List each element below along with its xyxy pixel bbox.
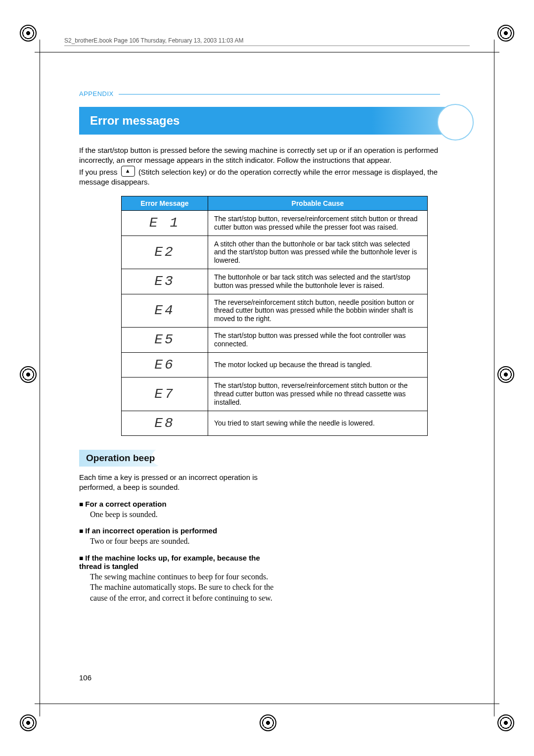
list-item-heading: If the machine locks up, for example, be…	[79, 554, 260, 570]
table-row: E3 The buttonhole or bar tack stitch was…	[122, 269, 428, 294]
table-header-row: Error Message Probable Cause	[122, 196, 428, 211]
section-banner: Error messages	[79, 107, 470, 135]
subsection-title: Operation beep	[86, 453, 155, 463]
registration-mark-icon	[497, 25, 514, 42]
registration-mark-icon	[20, 25, 37, 42]
crop-line	[35, 52, 499, 52]
intro-paragraph-1: If the start/stop button is pressed befo…	[79, 145, 470, 166]
crop-line	[494, 40, 494, 716]
table-row: E8 You tried to start sewing while the n…	[122, 411, 428, 436]
crop-line	[35, 704, 499, 704]
error-code: E7	[122, 378, 208, 411]
section-intro: If the start/stop button is pressed befo…	[79, 145, 470, 187]
registration-mark-icon	[497, 366, 514, 383]
print-header: S2_brotherE.book Page 106 Thursday, Febr…	[64, 37, 243, 44]
registration-mark-icon	[20, 714, 37, 731]
error-code: E3	[122, 269, 208, 294]
appendix-rule	[119, 94, 440, 94]
table-row: E2 A stitch other than the buttonhole or…	[122, 236, 428, 269]
error-cause: The start/stop button, reverse/reinforce…	[208, 378, 428, 411]
list-item-body: One beep is sounded.	[90, 509, 277, 520]
error-cause: The buttonhole or bar tack stitch was se…	[208, 269, 428, 294]
table-row: E7 The start/stop button, reverse/reinfo…	[122, 378, 428, 411]
list-item: If the machine locks up, for example, be…	[79, 554, 277, 604]
error-cause: The start/stop button was pressed while …	[208, 327, 428, 352]
subsection-intro: Each time a key is pressed or an incorre…	[79, 472, 277, 493]
error-code: E2	[122, 236, 208, 269]
error-cause: You tried to start sewing while the need…	[208, 411, 428, 436]
error-code: E 1	[122, 211, 208, 236]
table-row: E 1 The start/stop button, reverse/reinf…	[122, 211, 428, 236]
subsection-operation-beep: Operation beep Each time a key is presse…	[79, 450, 277, 603]
subsection-banner: Operation beep	[79, 450, 162, 467]
list-item-heading: For a correct operation	[79, 500, 167, 508]
table-row: E6 The motor locked up because the threa…	[122, 352, 428, 378]
list-item-body: The sewing machine continues to beep for…	[90, 571, 277, 604]
table-row: E4 The reverse/reinforcement stitch butt…	[122, 294, 428, 327]
error-code: E6	[122, 352, 208, 378]
crop-line	[40, 40, 40, 716]
section-title: Error messages	[90, 114, 179, 128]
col-header-cause: Probable Cause	[208, 196, 428, 211]
appendix-heading: APPENDIX	[79, 89, 470, 98]
registration-mark-icon	[497, 714, 514, 731]
registration-mark-icon	[20, 366, 37, 383]
error-cause: The motor locked up because the thread i…	[208, 352, 428, 378]
print-header-rule	[64, 46, 470, 46]
intro-2-prefix: If you press	[79, 168, 120, 176]
list-item: For a correct operation One beep is soun…	[79, 500, 277, 520]
registration-mark-icon	[260, 714, 276, 731]
error-cause: The reverse/reinforcement stitch button,…	[208, 294, 428, 327]
error-message-table: Error Message Probable Cause E 1 The sta…	[121, 196, 428, 436]
intro-paragraph-2: If you press (Stitch selection key) or d…	[79, 166, 470, 188]
list-item-body: Two or four beeps are sounded.	[90, 536, 277, 547]
error-code: E8	[122, 411, 208, 436]
error-code: E5	[122, 327, 208, 352]
page-number: 106	[79, 673, 91, 682]
error-cause: The start/stop button, reverse/reinforce…	[208, 211, 428, 236]
error-code: E4	[122, 294, 208, 327]
page-content: APPENDIX Error messages If the start/sto…	[79, 89, 470, 604]
appendix-label: APPENDIX	[79, 90, 114, 97]
table-row: E5 The start/stop button was pressed whi…	[122, 327, 428, 352]
list-item: If an incorrect operation is performed T…	[79, 526, 277, 547]
error-cause: A stitch other than the buttonhole or ba…	[208, 236, 428, 269]
col-header-error: Error Message	[122, 196, 208, 211]
stitch-selection-key-icon	[121, 166, 135, 177]
list-item-heading: If an incorrect operation is performed	[79, 526, 217, 535]
